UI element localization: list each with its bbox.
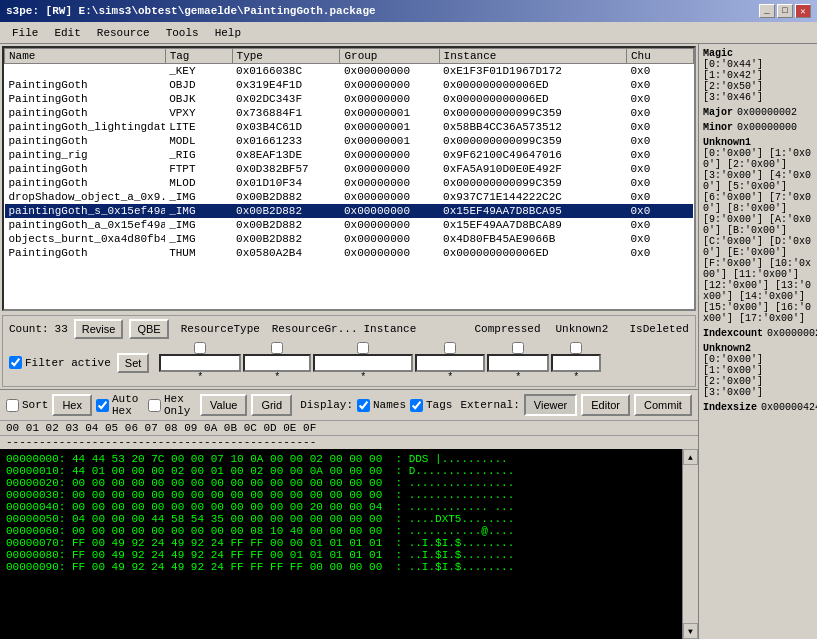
menu-file[interactable]: File [4,25,46,41]
restype-star: * [197,372,203,383]
hex-display[interactable]: 00000000: 44 44 53 20 7C 00 00 07 10 0A … [0,449,698,639]
names-wrap: Names [357,399,406,412]
sort-wrap: Sort [6,399,48,412]
qbe-button[interactable]: QBE [129,319,168,339]
hex-only-label: Hex Only [164,393,196,417]
hex-only-wrap: Hex Only [148,393,196,417]
table-row[interactable]: painting_rig_RIG0x8EAF13DE0x000000000x9F… [5,148,694,162]
sort-label: Sort [22,399,48,411]
unknown1-label: Unknown1 [703,137,813,148]
col-instance[interactable]: Instance [439,49,626,64]
table-row[interactable]: dropShadow_object_a_0x9..._IMG0x00B2D882… [5,190,694,204]
set-button[interactable]: Set [117,353,150,373]
magic-section: Magic [0:'0x44'] [1:'0x42'] [2:'0x50'][3… [703,48,813,103]
auto-hex-checkbox[interactable] [96,399,109,412]
editor-button[interactable]: Editor [581,394,630,416]
window-controls[interactable]: _ □ ✕ [759,4,811,18]
names-label: Names [373,399,406,411]
minimize-button[interactable]: _ [759,4,775,18]
table-row[interactable]: PaintingGothOBJK0x02DC343F0x000000000x00… [5,92,694,106]
instance-filter[interactable] [313,354,413,372]
menu-resource[interactable]: Resource [89,25,158,41]
col-group[interactable]: Group [340,49,439,64]
hex-separator: ----------------------------------------… [6,436,316,448]
col-tag[interactable]: Tag [165,49,232,64]
hex-only-checkbox[interactable] [148,399,161,412]
filter-active-checkbox[interactable] [9,356,22,369]
toolbar-row: Sort Hex Auto Hex Hex Only Value Grid Di… [0,390,698,421]
compressed-star: * [447,372,453,383]
scrollbar-down[interactable]: ▼ [683,623,698,639]
tags-checkbox[interactable] [410,399,423,412]
table-row[interactable]: paintingGoth_s_0x15ef49aa..._IMG0x00B2D8… [5,204,694,218]
table-row[interactable]: PaintingGothOBJD0x319E4F1D0x000000000x00… [5,78,694,92]
isdeleted-star: * [573,372,579,383]
table-row[interactable]: paintingGoth_lightingdataLITE0x03B4C61D0… [5,120,694,134]
resgroup-check[interactable] [271,342,283,354]
table-container[interactable]: Name Tag Type Group Instance Chu _KEY0x0… [2,46,696,311]
unknown2-check[interactable] [512,342,524,354]
compressed-filter[interactable] [415,354,485,372]
instance-check[interactable] [357,342,369,354]
right-panel: Magic [0:'0x44'] [1:'0x42'] [2:'0x50'][3… [699,44,817,639]
title-bar: s3pe: [RW] E:\sims3\obtest\gemaelde\Pain… [0,0,817,22]
display-label: Display: [300,399,353,411]
indexsize-section: Indexsize 0x00000424 [703,402,813,413]
hex-header: 00 01 02 03 04 05 06 07 08 09 0A 0B 0C 0… [0,421,698,436]
revise-button[interactable]: Revise [74,319,124,339]
table-row[interactable]: paintingGothMODL0x016612330x000000010x00… [5,134,694,148]
magic-value: [0:'0x44'] [1:'0x42'] [2:'0x50'][3:'0x46… [703,59,813,103]
table-row[interactable]: paintingGothMLOD0x01D10F340x000000000x00… [5,176,694,190]
minor-label: Minor [703,122,733,133]
isdeleted-header: IsDeleted [630,323,689,335]
indexcount-section: Indexcount 0x00000021 [703,328,813,339]
sort-checkbox[interactable] [6,399,19,412]
hex-column-header: 00 01 02 03 04 05 06 07 08 09 0A 0B 0C 0… [6,422,316,434]
restype-header: ResourceType [181,323,266,335]
table-row[interactable]: paintingGoth_a_0x15ef49aa..._IMG0x00B2D8… [5,218,694,232]
unknown2-section: Unknown2 [0:'0x00'] [1:'0x00'] [2:'0x00'… [703,343,813,398]
table-row[interactable]: PaintingGothTHUM0x0580A2B40x000000000x00… [5,246,694,260]
hex-button[interactable]: Hex [52,394,92,416]
menu-tools[interactable]: Tools [158,25,207,41]
col-chu[interactable]: Chu [626,49,693,64]
instance-star: * [360,372,366,383]
table-row[interactable]: objects_burnt_0xa4d80fb45..._IMG0x00B2D8… [5,232,694,246]
compressed-header: Compressed [475,323,550,335]
grid-button[interactable]: Grid [251,394,292,416]
table-row[interactable]: paintingGothVPXY0x736884F10x000000010x00… [5,106,694,120]
left-panel: Name Tag Type Group Instance Chu _KEY0x0… [0,44,699,639]
unknown2-filter[interactable] [487,354,549,372]
restype-check[interactable] [194,342,206,354]
table-row[interactable]: _KEY0x0166038C0x000000000xE1F3F01D1967D1… [5,64,694,79]
maximize-button[interactable]: □ [777,4,793,18]
close-button[interactable]: ✕ [795,4,811,18]
unknown2-label: Unknown2 [703,343,813,354]
commit-button[interactable]: Commit [634,394,692,416]
filter-section: Count: 33 Revise QBE ResourceType Resour… [2,315,696,387]
isdeleted-check[interactable] [570,342,582,354]
compressed-check[interactable] [444,342,456,354]
col-name[interactable]: Name [5,49,166,64]
menu-edit[interactable]: Edit [46,25,88,41]
table-row[interactable]: paintingGothFTPT0x0D382BF570x000000000xF… [5,162,694,176]
unknown2-value: [0:'0x00'] [1:'0x00'] [2:'0x00'][3:'0x00… [703,354,813,398]
scrollbar-up[interactable]: ▲ [683,449,698,465]
unknown1-section: Unknown1 [0:'0x00'] [1:'0x00'] [2:'0x00'… [703,137,813,324]
auto-hex-label: Auto Hex [112,393,144,417]
menu-help[interactable]: Help [207,25,249,41]
resgroup-header: ResourceGr... [272,323,358,335]
minor-value: 0x00000000 [737,122,797,133]
col-type[interactable]: Type [232,49,340,64]
viewer-button[interactable]: Viewer [524,394,577,416]
restype-filter[interactable] [159,354,241,372]
tags-label: Tags [426,399,452,411]
names-checkbox[interactable] [357,399,370,412]
resgroup-filter[interactable] [243,354,311,372]
indexsize-value: 0x00000424 [761,402,817,413]
major-section: Major 0x00000002 [703,107,813,118]
unknown2-star: * [515,372,521,383]
filter-active-label: Filter active [25,357,111,369]
value-button[interactable]: Value [200,394,247,416]
isdeleted-filter[interactable] [551,354,601,372]
